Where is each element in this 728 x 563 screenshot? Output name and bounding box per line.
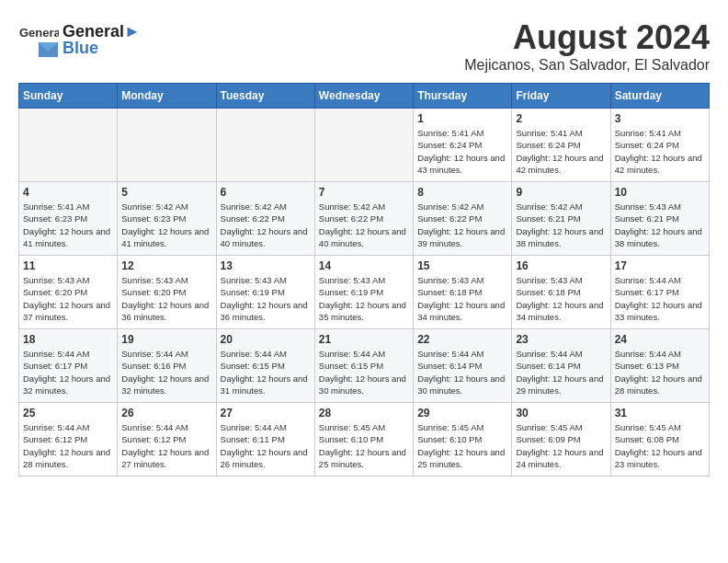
day-number: 6 (221, 186, 311, 199)
day-number: 8 (417, 186, 507, 199)
day-info: Sunrise: 5:43 AMSunset: 6:19 PMDaylight:… (319, 274, 409, 323)
day-info: Sunrise: 5:44 AMSunset: 6:11 PMDaylight:… (221, 421, 311, 470)
day-number: 1 (417, 112, 507, 125)
calendar-week-3: 11Sunrise: 5:43 AMSunset: 6:20 PMDayligh… (19, 256, 710, 329)
calendar-cell: 18Sunrise: 5:44 AMSunset: 6:17 PMDayligh… (19, 329, 118, 403)
calendar-cell: 20Sunrise: 5:44 AMSunset: 6:15 PMDayligh… (216, 329, 314, 403)
day-number: 13 (221, 259, 311, 272)
calendar-cell: 28Sunrise: 5:45 AMSunset: 6:10 PMDayligh… (314, 403, 413, 477)
day-info: Sunrise: 5:43 AMSunset: 6:18 PMDaylight:… (417, 274, 507, 323)
calendar-cell: 1Sunrise: 5:41 AMSunset: 6:24 PMDaylight… (414, 109, 512, 182)
calendar-cell: 31Sunrise: 5:45 AMSunset: 6:08 PMDayligh… (610, 403, 709, 477)
calendar-week-1: 1Sunrise: 5:41 AMSunset: 6:24 PMDaylight… (19, 109, 710, 182)
calendar-cell: 26Sunrise: 5:44 AMSunset: 6:12 PMDayligh… (118, 403, 216, 477)
calendar-cell: 5Sunrise: 5:42 AMSunset: 6:23 PMDaylight… (118, 182, 216, 256)
day-info: Sunrise: 5:44 AMSunset: 6:16 PMDaylight:… (121, 348, 211, 396)
day-number: 5 (121, 186, 211, 199)
day-number: 16 (516, 259, 606, 272)
calendar-cell: 7Sunrise: 5:42 AMSunset: 6:22 PMDaylight… (314, 182, 413, 256)
day-number: 23 (516, 333, 606, 346)
day-number: 9 (516, 186, 606, 199)
day-info: Sunrise: 5:42 AMSunset: 6:21 PMDaylight:… (516, 201, 606, 249)
calendar-header-monday: Monday (118, 84, 216, 109)
day-info: Sunrise: 5:44 AMSunset: 6:14 PMDaylight:… (417, 348, 507, 396)
day-info: Sunrise: 5:44 AMSunset: 6:12 PMDaylight:… (121, 421, 211, 470)
day-info: Sunrise: 5:45 AMSunset: 6:08 PMDaylight:… (615, 421, 705, 470)
calendar-cell: 11Sunrise: 5:43 AMSunset: 6:20 PMDayligh… (19, 256, 118, 329)
calendar-week-5: 25Sunrise: 5:44 AMSunset: 6:12 PMDayligh… (19, 403, 710, 477)
day-info: Sunrise: 5:42 AMSunset: 6:22 PMDaylight:… (417, 201, 507, 249)
calendar-cell (19, 109, 118, 182)
day-info: Sunrise: 5:44 AMSunset: 6:12 PMDaylight:… (23, 421, 113, 470)
day-info: Sunrise: 5:41 AMSunset: 6:24 PMDaylight:… (417, 127, 507, 176)
calendar-table: SundayMondayTuesdayWednesdayThursdayFrid… (18, 83, 710, 477)
day-number: 15 (417, 259, 507, 272)
day-info: Sunrise: 5:45 AMSunset: 6:10 PMDaylight:… (417, 421, 507, 470)
day-info: Sunrise: 5:41 AMSunset: 6:24 PMDaylight:… (615, 127, 705, 176)
day-number: 4 (23, 186, 113, 199)
day-number: 22 (417, 333, 507, 346)
day-number: 14 (319, 259, 409, 272)
calendar-cell: 27Sunrise: 5:44 AMSunset: 6:11 PMDayligh… (216, 403, 314, 477)
calendar-cell: 2Sunrise: 5:41 AMSunset: 6:24 PMDaylight… (512, 109, 610, 182)
calendar-cell: 13Sunrise: 5:43 AMSunset: 6:19 PMDayligh… (216, 256, 314, 329)
day-number: 20 (221, 333, 311, 346)
page-title: August 2024 (464, 18, 710, 57)
day-info: Sunrise: 5:43 AMSunset: 6:18 PMDaylight:… (516, 274, 606, 323)
day-number: 17 (615, 259, 705, 272)
calendar-header-saturday: Saturday (610, 84, 709, 109)
calendar-cell: 22Sunrise: 5:44 AMSunset: 6:14 PMDayligh… (414, 329, 512, 403)
day-number: 3 (615, 112, 705, 125)
day-info: Sunrise: 5:42 AMSunset: 6:23 PMDaylight:… (121, 201, 211, 249)
day-info: Sunrise: 5:45 AMSunset: 6:10 PMDaylight:… (319, 421, 409, 470)
calendar-cell (314, 109, 413, 182)
day-number: 31 (615, 407, 705, 419)
calendar-header-sunday: Sunday (19, 84, 118, 109)
title-area: August 2024 Mejicanos, San Salvador, El … (464, 18, 710, 74)
calendar-cell: 21Sunrise: 5:44 AMSunset: 6:15 PMDayligh… (314, 329, 413, 403)
page-subtitle: Mejicanos, San Salvador, El Salvador (464, 57, 710, 74)
day-number: 11 (23, 259, 113, 272)
calendar-cell: 12Sunrise: 5:43 AMSunset: 6:20 PMDayligh… (118, 256, 216, 329)
day-info: Sunrise: 5:44 AMSunset: 6:14 PMDaylight:… (516, 348, 606, 396)
calendar-cell: 8Sunrise: 5:42 AMSunset: 6:22 PMDaylight… (414, 182, 512, 256)
day-info: Sunrise: 5:44 AMSunset: 6:15 PMDaylight:… (319, 348, 409, 396)
calendar-cell: 23Sunrise: 5:44 AMSunset: 6:14 PMDayligh… (512, 329, 610, 403)
day-number: 24 (615, 333, 705, 346)
calendar-cell: 30Sunrise: 5:45 AMSunset: 6:09 PMDayligh… (512, 403, 610, 477)
day-info: Sunrise: 5:44 AMSunset: 6:13 PMDaylight:… (615, 348, 705, 396)
day-info: Sunrise: 5:44 AMSunset: 6:15 PMDaylight:… (221, 348, 311, 396)
calendar-cell: 15Sunrise: 5:43 AMSunset: 6:18 PMDayligh… (414, 256, 512, 329)
day-number: 29 (417, 407, 507, 419)
day-number: 2 (516, 112, 606, 125)
day-info: Sunrise: 5:41 AMSunset: 6:24 PMDaylight:… (516, 127, 606, 176)
day-info: Sunrise: 5:43 AMSunset: 6:19 PMDaylight:… (221, 274, 311, 323)
day-info: Sunrise: 5:42 AMSunset: 6:22 PMDaylight:… (319, 201, 409, 249)
calendar-cell: 10Sunrise: 5:43 AMSunset: 6:21 PMDayligh… (610, 182, 709, 256)
calendar-cell: 29Sunrise: 5:45 AMSunset: 6:10 PMDayligh… (414, 403, 512, 477)
day-number: 25 (23, 407, 113, 419)
calendar-cell (216, 109, 314, 182)
svg-text:General: General (19, 26, 59, 40)
calendar-cell: 9Sunrise: 5:42 AMSunset: 6:21 PMDaylight… (512, 182, 610, 256)
calendar-cell: 19Sunrise: 5:44 AMSunset: 6:16 PMDayligh… (118, 329, 216, 403)
calendar-header-friday: Friday (512, 84, 610, 109)
calendar-cell: 3Sunrise: 5:41 AMSunset: 6:24 PMDaylight… (610, 109, 709, 182)
calendar-header-tuesday: Tuesday (216, 84, 314, 109)
calendar-header-row: SundayMondayTuesdayWednesdayThursdayFrid… (19, 84, 710, 109)
day-number: 26 (121, 407, 211, 419)
calendar-cell: 25Sunrise: 5:44 AMSunset: 6:12 PMDayligh… (19, 403, 118, 477)
day-number: 28 (319, 407, 409, 419)
day-info: Sunrise: 5:41 AMSunset: 6:23 PMDaylight:… (23, 201, 113, 249)
day-number: 21 (319, 333, 409, 346)
calendar-week-2: 4Sunrise: 5:41 AMSunset: 6:23 PMDaylight… (19, 182, 710, 256)
calendar-cell: 24Sunrise: 5:44 AMSunset: 6:13 PMDayligh… (610, 329, 709, 403)
calendar-cell (118, 109, 216, 182)
day-info: Sunrise: 5:43 AMSunset: 6:21 PMDaylight:… (615, 201, 705, 249)
day-number: 18 (23, 333, 113, 346)
logo-svg-icon: General (18, 24, 59, 57)
day-number: 27 (221, 407, 311, 419)
day-number: 7 (319, 186, 409, 199)
day-number: 12 (121, 259, 211, 272)
calendar-header-wednesday: Wednesday (314, 84, 413, 109)
